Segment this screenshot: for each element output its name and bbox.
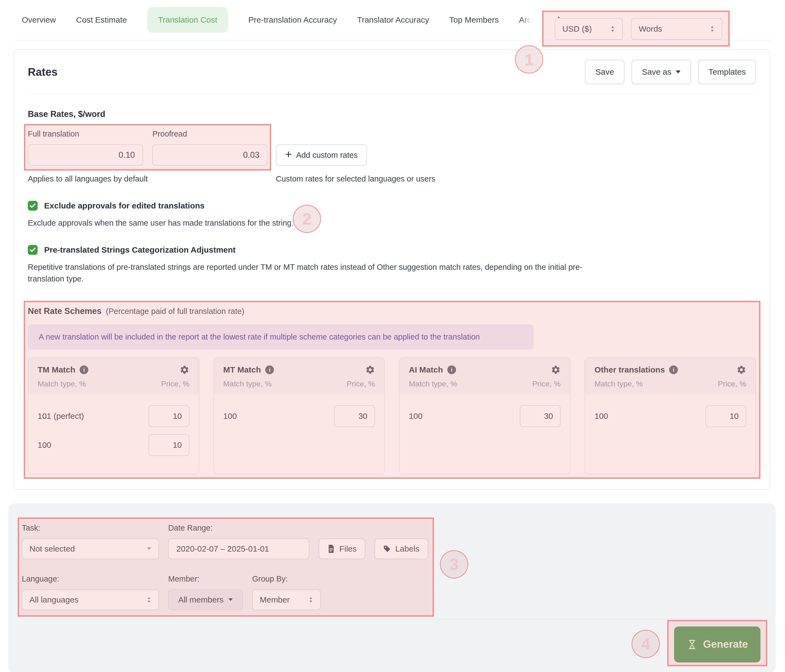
gear-icon[interactable] xyxy=(737,365,746,375)
language-select-value: All languages xyxy=(30,595,78,605)
ai-match-header: AI Match i Match type, % Price, % xyxy=(400,358,570,394)
gear-icon[interactable] xyxy=(551,365,561,375)
proofread-label: Proofread xyxy=(152,130,267,138)
generate-area: 4 Generate xyxy=(674,627,760,663)
date-range-label: Date Range: xyxy=(168,524,310,533)
add-custom-rates-button[interactable]: + Add custom rates xyxy=(276,144,367,166)
caret-down-icon xyxy=(147,547,151,550)
unit-select[interactable]: Words xyxy=(631,18,722,40)
price-header: Price, % xyxy=(718,380,746,388)
annotation-circle-4: 4 xyxy=(632,630,660,658)
info-icon[interactable]: i xyxy=(80,366,88,374)
proofread-input[interactable] xyxy=(152,144,267,166)
mt-match-title: MT Match xyxy=(223,365,261,374)
mt-100-price-input[interactable] xyxy=(334,405,375,427)
member-select-value: All members xyxy=(178,595,224,605)
group-by-label: Group By: xyxy=(252,574,321,583)
mt-match-row-100: 100 xyxy=(223,405,375,427)
ai-100-price-input[interactable] xyxy=(520,405,561,427)
language-select[interactable]: All languages xyxy=(22,589,159,610)
tab-cost-estimate[interactable]: Cost Estimate xyxy=(76,15,127,25)
updown-icon xyxy=(610,25,615,33)
unit-select-value: Words xyxy=(639,24,662,33)
ai-match-title: AI Match xyxy=(409,365,443,374)
tm-match-column: TM Match i Match type, % Price, % xyxy=(28,357,199,474)
files-button[interactable]: Files xyxy=(319,539,365,559)
tm-100-price-input[interactable] xyxy=(149,434,189,456)
match-type-header: Match type, % xyxy=(223,380,272,388)
rates-card-header: Rates Save Save as Templates xyxy=(28,50,756,95)
task-select-value: Not selected xyxy=(30,544,75,553)
tab-translation-cost[interactable]: Translation Cost xyxy=(147,7,228,33)
match-type-value: 100 xyxy=(223,411,237,421)
match-type-value: 100 xyxy=(38,441,51,450)
tm-match-row-101: 101 (perfect) xyxy=(38,405,189,427)
info-icon[interactable]: i xyxy=(447,366,456,374)
tm-match-title: TM Match xyxy=(38,365,75,374)
base-rates-row: Full translation Proofread + Add custom … xyxy=(28,130,756,166)
toggle-pretranslated-adjustment-description: Repetitive translations of pre-translate… xyxy=(28,261,595,285)
member-select[interactable]: All members xyxy=(168,589,243,610)
annotation-circle-3: 3 xyxy=(440,550,468,578)
rates-card: Rates Save Save as Templates Base Rates,… xyxy=(14,49,770,490)
other-translations-title: Other translations xyxy=(594,365,665,374)
tab-archive-truncated[interactable]: Archive xyxy=(519,15,535,25)
toggle-pretranslated-adjustment-control[interactable]: Pre-translated Strings Categorization Ad… xyxy=(28,245,756,255)
files-button-label: Files xyxy=(339,544,357,553)
filters-row-2: Language: All languages Member: All memb… xyxy=(22,574,430,610)
full-translation-input[interactable] xyxy=(28,144,143,166)
save-button[interactable]: Save xyxy=(585,60,624,84)
date-range-input[interactable] xyxy=(168,539,310,559)
report-tab-bar: Overview Cost Estimate Translation Cost … xyxy=(0,0,785,40)
tm-match-row-100: 100 xyxy=(38,434,189,456)
date-range-filter: Date Range: xyxy=(168,524,310,559)
info-icon[interactable]: i xyxy=(669,366,678,374)
match-type-value: 100 xyxy=(409,411,422,421)
generate-button-label: Generate xyxy=(703,639,748,650)
checkbox-checked-icon[interactable] xyxy=(28,201,38,211)
hourglass-icon xyxy=(686,639,697,650)
mt-match-column: MT Match i Match type, % Price, % xyxy=(213,357,385,474)
generate-bar: 4 Generate xyxy=(22,619,762,672)
base-rates-caption-left: Applies to all languages by default xyxy=(28,174,276,183)
tabbar-divider xyxy=(14,40,771,40)
checkbox-checked-icon[interactable] xyxy=(28,245,38,255)
toggle-exclude-approvals-label: Exclude approvals for edited translation… xyxy=(44,201,205,210)
other-100-price-input[interactable] xyxy=(705,405,746,427)
match-type-value: 100 xyxy=(594,411,608,421)
group-by-filter: Group By: Member xyxy=(252,574,321,610)
caret-down-icon xyxy=(676,70,680,73)
match-type-header: Match type, % xyxy=(38,380,86,388)
report-parameters-panel: 3 Task: Not selected Date Range: xyxy=(8,503,776,672)
proofread-field: Proofread xyxy=(152,130,267,166)
save-as-button[interactable]: Save as xyxy=(632,60,691,84)
updown-icon xyxy=(147,596,151,603)
language-filter: Language: All languages xyxy=(22,574,159,610)
filters-row-1: Task: Not selected Date Range: xyxy=(22,524,430,559)
toggle-exclude-approvals-control[interactable]: Exclude approvals for edited translation… xyxy=(28,201,756,211)
report-toggles: 2 Exclude approvals for edited translati… xyxy=(28,201,756,285)
labels-button[interactable]: Labels xyxy=(375,539,428,559)
gear-icon[interactable] xyxy=(180,365,189,375)
report-unit-controls: 1 USD ($) Words xyxy=(555,18,722,40)
currency-select[interactable]: USD ($) xyxy=(555,18,623,40)
tab-pre-translation-accuracy[interactable]: Pre-translation Accuracy xyxy=(248,15,337,25)
gear-icon[interactable] xyxy=(365,365,375,375)
tab-top-members[interactable]: Top Members xyxy=(449,15,499,25)
price-header: Price, % xyxy=(161,380,189,388)
generate-button[interactable]: Generate xyxy=(674,627,760,663)
other-row-100: 100 xyxy=(594,405,746,427)
match-type-header: Match type, % xyxy=(409,380,457,388)
tm-101-price-input[interactable] xyxy=(149,405,189,427)
templates-button[interactable]: Templates xyxy=(698,60,756,84)
task-select[interactable]: Not selected xyxy=(22,539,159,559)
group-by-select[interactable]: Member xyxy=(252,589,321,610)
price-header: Price, % xyxy=(532,380,561,388)
report-tabs: Overview Cost Estimate Translation Cost … xyxy=(22,7,564,33)
group-by-select-value: Member xyxy=(260,595,290,605)
tab-translator-accuracy[interactable]: Translator Accuracy xyxy=(357,15,429,25)
tab-overview[interactable]: Overview xyxy=(22,15,56,25)
info-icon[interactable]: i xyxy=(265,366,274,374)
base-rates-captions: Applies to all languages by default Cust… xyxy=(28,174,756,183)
lowest-rate-notice: A new translation will be included in th… xyxy=(28,324,534,350)
